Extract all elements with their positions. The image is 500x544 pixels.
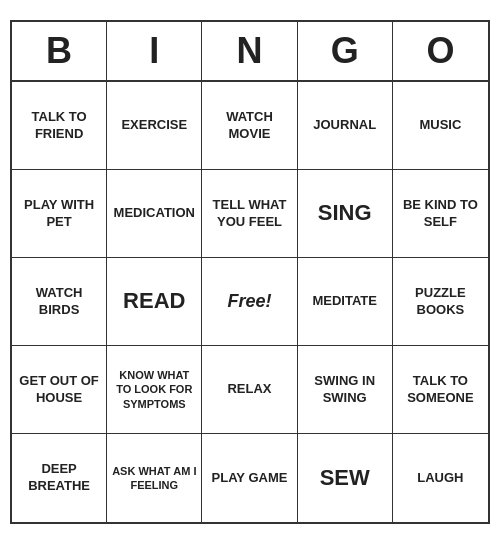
- header-letter-O: O: [393, 22, 488, 80]
- bingo-cell-12: Free!: [202, 258, 297, 346]
- bingo-card: BINGO TALK TO FRIENDEXERCISEWATCH MOVIEJ…: [10, 20, 490, 524]
- header-letter-N: N: [202, 22, 297, 80]
- bingo-cell-3: JOURNAL: [298, 82, 393, 170]
- bingo-cell-23: SEW: [298, 434, 393, 522]
- bingo-grid: TALK TO FRIENDEXERCISEWATCH MOVIEJOURNAL…: [12, 82, 488, 522]
- bingo-cell-8: SING: [298, 170, 393, 258]
- bingo-cell-6: MEDICATION: [107, 170, 202, 258]
- bingo-header: BINGO: [12, 22, 488, 82]
- bingo-cell-7: TELL WHAT YOU FEEL: [202, 170, 297, 258]
- header-letter-I: I: [107, 22, 202, 80]
- bingo-cell-9: BE KIND TO SELF: [393, 170, 488, 258]
- bingo-cell-20: DEEP BREATHE: [12, 434, 107, 522]
- bingo-cell-10: WATCH BIRDS: [12, 258, 107, 346]
- bingo-cell-22: PLAY GAME: [202, 434, 297, 522]
- bingo-cell-24: LAUGH: [393, 434, 488, 522]
- bingo-cell-16: KNOW WHAT TO LOOK FOR SYMPTOMS: [107, 346, 202, 434]
- bingo-cell-4: MUSIC: [393, 82, 488, 170]
- bingo-cell-1: EXERCISE: [107, 82, 202, 170]
- header-letter-G: G: [298, 22, 393, 80]
- bingo-cell-5: PLAY WITH PET: [12, 170, 107, 258]
- bingo-cell-21: ASK WHAT AM I FEELING: [107, 434, 202, 522]
- bingo-cell-0: TALK TO FRIEND: [12, 82, 107, 170]
- bingo-cell-17: RELAX: [202, 346, 297, 434]
- bingo-cell-2: WATCH MOVIE: [202, 82, 297, 170]
- bingo-cell-13: MEDITATE: [298, 258, 393, 346]
- bingo-cell-19: TALK TO SOMEONE: [393, 346, 488, 434]
- bingo-cell-14: PUZZLE BOOKS: [393, 258, 488, 346]
- bingo-cell-15: GET OUT OF HOUSE: [12, 346, 107, 434]
- bingo-cell-11: READ: [107, 258, 202, 346]
- bingo-cell-18: SWING IN SWING: [298, 346, 393, 434]
- header-letter-B: B: [12, 22, 107, 80]
